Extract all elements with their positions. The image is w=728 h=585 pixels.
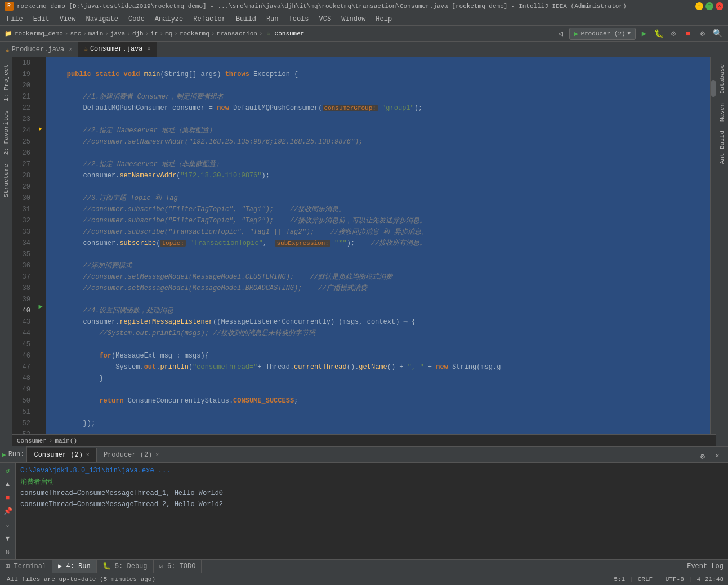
tab-producer-close[interactable]: × bbox=[69, 47, 72, 53]
settings-toolbar-button[interactable]: ⚙ bbox=[696, 28, 709, 40]
gutter-34 bbox=[35, 235, 46, 246]
breadcrumb-main[interactable]: main bbox=[88, 30, 103, 37]
run-tab-producer[interactable]: Producer (2) × bbox=[97, 448, 166, 462]
run-output-area: ↺ ▲ ■ 📌 ⇩ ▼ ⇅ C:\Java\jdk1.8.0_131\bin\j… bbox=[0, 463, 728, 559]
run-tab-consumer-close[interactable]: × bbox=[86, 452, 90, 458]
breadcrumb-project[interactable]: rocketmq_demo bbox=[15, 30, 63, 37]
run-tool-stop[interactable]: ■ bbox=[2, 492, 14, 503]
menu-edit[interactable]: Edit bbox=[29, 14, 54, 24]
breadcrumb-mq[interactable]: mq bbox=[165, 30, 172, 37]
editor-bottom-breadcrumb: Consumer › main() bbox=[12, 434, 716, 446]
status-time: 21:48 bbox=[705, 576, 723, 583]
scrollbar-thumb[interactable] bbox=[711, 80, 716, 97]
run-output-line4: consumeThread=ConsumeMessageThread_2, He… bbox=[20, 499, 723, 510]
menu-run[interactable]: Run bbox=[262, 14, 283, 24]
sidebar-maven[interactable]: Maven bbox=[718, 99, 727, 126]
run-config-selector[interactable]: ▶ Producer (2) ▼ bbox=[569, 28, 636, 40]
run-icon: ▶ bbox=[2, 451, 6, 458]
tool-tab-debug[interactable]: 🐛 5: Debug bbox=[97, 560, 154, 573]
menu-code[interactable]: Code bbox=[124, 14, 149, 24]
vertical-scrollbar[interactable] bbox=[710, 57, 716, 434]
run-config-icon: ▶ bbox=[574, 29, 579, 38]
gutter-52 bbox=[35, 412, 46, 423]
menu-view[interactable]: View bbox=[55, 14, 81, 24]
menu-window[interactable]: Window bbox=[337, 14, 370, 24]
sidebar-item-structure[interactable]: Structure bbox=[2, 159, 11, 202]
run-tool-down[interactable]: ▼ bbox=[2, 533, 14, 544]
breadcrumb-consumer[interactable]: Consumer bbox=[275, 30, 305, 37]
gutter-19 bbox=[35, 69, 46, 80]
tab-consumer[interactable]: ☕ Consumer.java × bbox=[78, 42, 157, 57]
menu-analyze[interactable]: Analyze bbox=[150, 14, 187, 24]
run-gutter-icon[interactable]: ▶ bbox=[38, 302, 42, 311]
breadcrumb-java[interactable]: java bbox=[110, 30, 125, 37]
statusbar: All files are up-to-date (5 minutes ago)… bbox=[0, 573, 728, 585]
breadcrumb-transaction[interactable]: transaction bbox=[216, 30, 257, 37]
fold-icon-24[interactable]: ► bbox=[37, 126, 44, 133]
run-tool-scroll[interactable]: ⇩ bbox=[2, 519, 14, 530]
event-log-link[interactable]: Event Log bbox=[687, 562, 723, 570]
menu-build[interactable]: Build bbox=[231, 14, 261, 24]
search-toolbar-button[interactable]: 🔍 bbox=[711, 28, 723, 40]
sidebar-item-favorites[interactable]: 2: Favorites bbox=[2, 106, 11, 159]
sidebar-item-project[interactable]: 1: Project bbox=[2, 60, 11, 106]
run-output-console: C:\Java\jdk1.8.0_131\bin\java.exe ... 消费… bbox=[16, 463, 728, 559]
menu-refactor[interactable]: Refactor bbox=[189, 14, 230, 24]
tool-tab-terminal[interactable]: ⊞ Terminal bbox=[0, 560, 52, 573]
run-settings-button[interactable]: ⚙ bbox=[696, 450, 709, 462]
tool-tab-run[interactable]: ▶ 4: Run bbox=[52, 560, 97, 573]
run-tab-consumer[interactable]: Consumer (2) × bbox=[27, 448, 96, 462]
sidebar-database[interactable]: Database bbox=[718, 60, 727, 99]
editor-tab-bar: ☕ Producer.java × ☕ Consumer.java × bbox=[0, 42, 728, 57]
close-button[interactable]: × bbox=[716, 2, 723, 10]
tab-consumer-label: Consumer.java bbox=[90, 45, 143, 53]
code-editor[interactable]: 18 19 20 21 22 23 24 25 26 27 28 29 30 3… bbox=[12, 57, 716, 434]
maximize-button[interactable]: □ bbox=[705, 2, 713, 10]
status-crlf[interactable]: CRLF bbox=[638, 576, 653, 583]
gutter-29 bbox=[35, 179, 46, 190]
tab-consumer-close[interactable]: × bbox=[148, 46, 151, 52]
menu-navigate[interactable]: Navigate bbox=[81, 14, 123, 24]
breadcrumb-djh[interactable]: djh bbox=[132, 30, 144, 37]
menu-tools[interactable]: Tools bbox=[284, 14, 314, 24]
breadcrumb-rocketmq[interactable]: rocketmq bbox=[180, 30, 209, 37]
menu-vcs[interactable]: VCS bbox=[315, 14, 336, 24]
tab-producer[interactable]: ☕ Producer.java × bbox=[0, 42, 78, 57]
run-tool-up[interactable]: ▲ bbox=[2, 479, 14, 490]
editor-breadcrumb-consumer[interactable]: Consumer bbox=[17, 437, 47, 444]
title-text: rocketmq_demo [D:\java-test\idea2019\roc… bbox=[17, 3, 695, 10]
run-output-line1: C:\Java\jdk1.8.0_131\bin\java.exe ... bbox=[20, 465, 723, 476]
gutter-37 bbox=[35, 268, 46, 279]
gutter-53 bbox=[35, 423, 46, 434]
run-tool-sort[interactable]: ⇅ bbox=[2, 546, 14, 557]
back-button[interactable]: ◁ bbox=[555, 28, 567, 40]
run-button[interactable]: ▶ bbox=[638, 28, 650, 40]
stop-button[interactable]: ■ bbox=[682, 28, 694, 40]
breadcrumb-src[interactable]: src bbox=[70, 30, 81, 37]
sidebar-ant[interactable]: Ant Build bbox=[718, 126, 727, 168]
run-tool-pin[interactable]: 📌 bbox=[2, 506, 14, 517]
run-close-button[interactable]: × bbox=[711, 450, 723, 462]
run-tool-rerun[interactable]: ↺ bbox=[2, 465, 14, 476]
gutter-39 bbox=[35, 290, 46, 301]
run-with-coverage-button[interactable]: ⚙ bbox=[667, 28, 680, 40]
code-content[interactable]: public static void main(String[] args) t… bbox=[46, 57, 710, 434]
menu-file[interactable]: File bbox=[2, 14, 28, 24]
status-charset[interactable]: UTF-8 bbox=[666, 576, 684, 583]
run-config-label: Producer (2) bbox=[580, 30, 625, 37]
run-output-thread1: consumeThread=ConsumeMessageThread_1, He… bbox=[20, 489, 223, 497]
debug-button[interactable]: 🐛 bbox=[653, 28, 665, 40]
breadcrumb-it[interactable]: it bbox=[150, 30, 158, 37]
gutter-35 bbox=[35, 245, 46, 257]
status-indent: 4 bbox=[696, 576, 700, 583]
gutter-36 bbox=[35, 257, 46, 268]
run-tab-bar: ▶ Run: Consumer (2) × Producer (2) × ⚙ × bbox=[0, 447, 728, 463]
menu-help[interactable]: Help bbox=[371, 14, 396, 24]
run-tab-producer-close[interactable]: × bbox=[155, 452, 159, 458]
minimize-button[interactable]: − bbox=[695, 2, 703, 10]
tool-tab-todo[interactable]: ☑ 6: TODO bbox=[154, 560, 202, 573]
editor-breadcrumb-main[interactable]: main() bbox=[55, 437, 77, 444]
gutter-25 bbox=[35, 135, 46, 146]
tool-tab-debug-label: 🐛 5: Debug bbox=[102, 562, 148, 570]
breadcrumb-bar: 📁 rocketmq_demo › src › main › java › dj… bbox=[0, 26, 728, 42]
